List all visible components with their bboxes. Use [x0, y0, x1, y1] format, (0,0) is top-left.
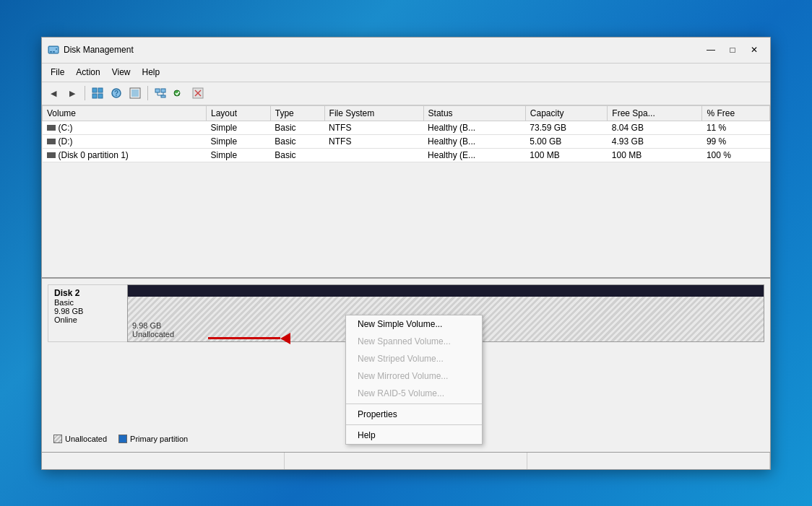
toolbar-separator-1 [85, 86, 85, 100]
partition-header [128, 285, 764, 297]
cell-layout: Simple [206, 121, 270, 134]
status-bar [42, 452, 770, 469]
menu-view[interactable]: View [106, 66, 137, 79]
cell-status: Healthy (B... [423, 134, 525, 148]
table-row[interactable]: (D:) Simple Basic NTFS Healthy (B... 5.0… [43, 134, 770, 148]
context-menu-sep-2 [346, 424, 482, 425]
disk-management-window: Disk Management — □ ✕ File Action View H… [41, 37, 771, 470]
menu-bar: File Action View Help [42, 64, 770, 82]
arrow-line [208, 337, 280, 339]
cell-type: Basic [270, 134, 324, 148]
cell-type: Basic [270, 121, 324, 134]
context-menu-new-mirrored: New Mirrored Volume... [346, 367, 482, 385]
col-layout[interactable]: Layout [206, 105, 270, 121]
forward-button[interactable]: ▶ [64, 84, 81, 102]
context-menu-new-striped: New Striped Volume... [346, 350, 482, 367]
disk-2-type: Basic [54, 298, 121, 307]
context-menu-sep-1 [346, 404, 482, 404]
menu-help[interactable]: Help [137, 66, 166, 79]
cell-type: Basic [270, 148, 324, 162]
cell-volume: (C:) [43, 121, 207, 134]
col-status[interactable]: Status [423, 105, 525, 121]
svg-rect-14 [161, 89, 165, 92]
svg-rect-8 [98, 94, 103, 98]
table-row[interactable]: (Disk 0 partition 1) Simple Basic Health… [43, 148, 770, 162]
svg-rect-13 [155, 89, 160, 92]
svg-rect-2 [50, 51, 52, 53]
legend-primary-label: Primary partition [130, 435, 188, 443]
legend-unalloc-box [53, 435, 62, 443]
context-menu-new-simple[interactable]: New Simple Volume... [346, 315, 482, 333]
main-content: Volume Layout Type File System Status Ca… [42, 105, 770, 469]
app-icon [48, 44, 59, 56]
context-menu-help[interactable]: Help [346, 427, 482, 444]
cell-percentfree: 11 % [702, 121, 770, 134]
col-capacity[interactable]: Capacity [525, 105, 608, 121]
cell-layout: Simple [206, 148, 270, 162]
toolbar: ◀ ▶ ? [42, 82, 770, 105]
legend: Unallocated Primary partition [48, 432, 194, 446]
cell-capacity: 5.00 GB [525, 134, 608, 148]
back-button[interactable]: ◀ [45, 84, 62, 102]
toolbar-btn-5[interactable] [170, 84, 188, 102]
context-menu-properties[interactable]: Properties [346, 406, 482, 423]
svg-rect-5 [92, 88, 97, 92]
cell-volume: (Disk 0 partition 1) [43, 148, 207, 162]
window-title: Disk Management [64, 45, 701, 55]
disk-2-status: Online [54, 315, 121, 324]
arrow-head [280, 333, 290, 344]
disk-view-area: Disk 2 Basic 9.98 GB Online 9.98 GB Unal… [42, 279, 770, 452]
context-menu-new-spanned: New Spanned Volume... [346, 333, 482, 350]
status-section-2 [285, 453, 527, 469]
close-button[interactable]: ✕ [744, 41, 764, 58]
minimize-button[interactable]: — [701, 41, 721, 58]
cell-percentfree: 100 % [702, 148, 770, 162]
svg-rect-3 [53, 51, 55, 53]
svg-point-4 [56, 48, 57, 50]
cell-filesystem [324, 148, 423, 162]
table-row[interactable]: (C:) Simple Basic NTFS Healthy (B... 73.… [43, 121, 770, 134]
disk-2-label: Disk 2 Basic 9.98 GB Online [48, 284, 127, 342]
maximize-button[interactable]: □ [722, 41, 743, 58]
cell-percentfree: 99 % [702, 134, 770, 148]
col-type[interactable]: Type [270, 105, 324, 121]
status-section-1 [42, 453, 285, 469]
legend-unalloc-label: Unallocated [65, 435, 107, 443]
svg-rect-18 [161, 95, 165, 97]
cell-freespace: 100 MB [608, 148, 702, 162]
col-volume[interactable]: Volume [43, 105, 207, 121]
col-freespace[interactable]: Free Spa... [608, 105, 702, 121]
arrow-indicator [208, 333, 290, 344]
svg-rect-7 [92, 94, 97, 98]
cell-status: Healthy (B... [423, 121, 525, 134]
title-bar: Disk Management — □ ✕ [42, 38, 770, 64]
cell-capacity: 100 MB [525, 148, 608, 162]
disk-2-name: Disk 2 [54, 288, 121, 298]
col-filesystem[interactable]: File System [324, 105, 423, 121]
status-section-3 [527, 453, 770, 469]
toolbar-btn-4[interactable] [152, 84, 169, 102]
legend-primary: Primary partition [118, 435, 188, 443]
title-button-group: — □ ✕ [701, 41, 764, 58]
menu-action[interactable]: Action [70, 66, 105, 79]
cell-volume: (D:) [43, 134, 207, 148]
cell-freespace: 8.04 GB [608, 121, 702, 134]
toolbar-btn-2[interactable]: ? [108, 84, 125, 102]
context-menu: New Simple Volume... New Spanned Volume.… [345, 315, 483, 445]
toolbar-btn-3[interactable] [126, 84, 144, 102]
cell-filesystem: NTFS [324, 121, 423, 134]
cell-filesystem: NTFS [324, 134, 423, 148]
legend-unallocated: Unallocated [53, 435, 107, 443]
menu-file[interactable]: File [45, 66, 70, 79]
legend-primary-box [118, 435, 127, 443]
cell-layout: Simple [206, 134, 270, 148]
context-menu-new-raid5: New RAID-5 Volume... [346, 385, 482, 402]
toolbar-btn-1[interactable] [89, 84, 106, 102]
disk-2-size: 9.98 GB [54, 307, 121, 315]
disk-table: Volume Layout Type File System Status Ca… [42, 105, 770, 162]
cell-freespace: 4.93 GB [608, 134, 702, 148]
cell-status: Healthy (E... [423, 148, 525, 162]
svg-rect-6 [98, 88, 103, 92]
toolbar-btn-6[interactable] [189, 84, 207, 102]
col-percentfree[interactable]: % Free [702, 105, 770, 121]
